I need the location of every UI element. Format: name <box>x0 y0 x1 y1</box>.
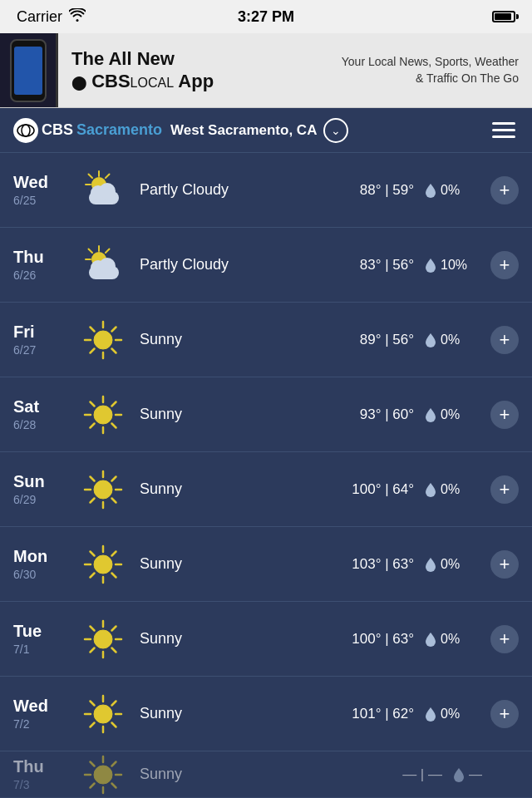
svg-line-32 <box>91 401 95 406</box>
svg-point-63 <box>94 705 112 723</box>
weather-row: Sat 6/28 Sunny 93° | 60° 0% <box>0 377 532 452</box>
weather-icon <box>73 243 133 288</box>
rain-drop-icon <box>424 332 437 348</box>
svg-line-50 <box>91 551 95 555</box>
location-label: West Sacramento, CA <box>170 122 317 139</box>
condition-label: Sunny <box>133 406 360 423</box>
svg-line-25 <box>112 327 116 331</box>
svg-line-52 <box>112 551 116 555</box>
svg-line-42 <box>112 498 116 502</box>
wifi-icon <box>69 8 86 26</box>
expand-button[interactable]: + <box>490 625 519 653</box>
rain-chance: — <box>452 766 509 783</box>
ad-title: The All New ⬤ CBSLOCAL App <box>71 48 214 92</box>
temperature-range: 83° | 56° <box>360 257 414 273</box>
day-date: 7/1 <box>13 643 73 656</box>
temperature-range: — | — <box>402 766 442 783</box>
svg-point-1 <box>22 125 30 136</box>
ad-tagline: Your Local News, Sports, Weather & Traff… <box>336 54 519 86</box>
day-column: Wed 6/25 <box>13 173 73 207</box>
svg-line-35 <box>91 423 95 427</box>
weather-icon <box>73 692 133 736</box>
svg-point-45 <box>94 555 112 574</box>
svg-line-60 <box>112 648 116 652</box>
svg-point-9 <box>99 183 116 200</box>
cbs-eye-logo <box>13 118 38 143</box>
day-date: 7/2 <box>13 717 73 731</box>
rain-drop-icon <box>424 706 437 722</box>
svg-line-53 <box>91 573 95 577</box>
rain-chance: 0% <box>424 182 480 199</box>
carrier-label: Carrier <box>17 8 62 26</box>
condition-label: Sunny <box>133 630 352 648</box>
condition-label: Sunny <box>133 480 352 498</box>
weather-icon <box>73 318 133 362</box>
expand-button[interactable]: + <box>490 401 519 429</box>
svg-line-68 <box>91 701 95 705</box>
svg-line-34 <box>112 401 116 406</box>
ad-phone-image <box>0 33 58 108</box>
rain-drop-icon <box>424 481 437 498</box>
hamburger-menu-button[interactable] <box>489 119 519 141</box>
rain-drop-icon <box>452 766 466 783</box>
temperature-range: 100° | 64° <box>352 481 414 498</box>
day-name: Sat <box>13 397 73 416</box>
day-name: Mon <box>13 547 73 566</box>
day-name: Wed <box>13 173 73 192</box>
svg-line-33 <box>112 423 116 427</box>
svg-line-14 <box>106 249 110 253</box>
svg-line-13 <box>89 249 93 253</box>
ad-content: The All New ⬤ CBSLOCAL App Your Local Ne… <box>58 40 532 101</box>
svg-point-27 <box>94 406 112 424</box>
expand-button[interactable]: + <box>490 475 519 504</box>
svg-line-23 <box>91 327 95 331</box>
condition-label: Sunny <box>133 766 402 783</box>
expand-button[interactable]: + <box>490 251 519 279</box>
svg-line-51 <box>112 573 116 577</box>
temperature-range: 88° | 59° <box>360 182 414 199</box>
condition-label: Partly Cloudy <box>133 181 360 199</box>
rain-drop-icon <box>424 182 437 199</box>
rain-chance: 10% <box>424 257 480 273</box>
temperature-range: 93° | 60° <box>360 406 414 423</box>
expand-button[interactable]: + <box>490 700 519 728</box>
svg-point-0 <box>17 125 34 136</box>
rain-chance: 0% <box>424 631 480 648</box>
expand-button[interactable]: + <box>490 326 519 354</box>
svg-line-41 <box>91 476 95 480</box>
day-name: Sun <box>13 472 73 491</box>
sacramento-label: Sacramento <box>76 121 162 139</box>
weather-row: Mon 6/30 Sunny 103° | 63° 0% <box>0 527 532 602</box>
condition-label: Sunny <box>133 555 352 573</box>
weather-row: Tue 7/1 Sunny 100° | 63° 0% <box>0 602 532 677</box>
day-column: Sun 6/29 <box>13 472 73 506</box>
svg-point-17 <box>99 258 116 274</box>
svg-line-44 <box>91 498 95 502</box>
expand-button[interactable]: + <box>490 550 519 579</box>
svg-line-80 <box>91 783 95 787</box>
svg-line-5 <box>89 174 93 178</box>
status-left: Carrier <box>17 8 86 26</box>
day-column: Tue 7/1 <box>13 622 73 656</box>
location-dropdown-button[interactable]: ⌄ <box>323 118 348 143</box>
rain-drop-icon <box>424 631 437 648</box>
day-column: Mon 6/30 <box>13 547 73 581</box>
svg-line-77 <box>91 761 95 766</box>
svg-line-70 <box>112 701 116 705</box>
cbs-brand: CBS Sacramento West Sacramento, CA <box>13 118 317 143</box>
day-date: 6/29 <box>13 493 73 506</box>
ad-banner[interactable]: The All New ⬤ CBSLOCAL App Your Local Ne… <box>0 33 532 108</box>
day-name: Thu <box>13 248 73 267</box>
weather-icon <box>73 467 133 512</box>
day-column: Wed 7/2 <box>13 697 73 731</box>
svg-line-43 <box>112 476 116 480</box>
condition-label: Sunny <box>133 705 352 722</box>
expand-button[interactable]: + <box>490 176 519 204</box>
day-name: Tue <box>13 622 73 641</box>
weather-icon <box>73 392 133 437</box>
condition-label: Partly Cloudy <box>133 256 360 273</box>
weather-row: Wed 6/25 Partly Cloudy 88° | 59° <box>0 153 532 228</box>
weather-icon <box>73 168 133 213</box>
day-column: Thu 6/26 <box>13 248 73 282</box>
svg-point-72 <box>94 766 112 784</box>
